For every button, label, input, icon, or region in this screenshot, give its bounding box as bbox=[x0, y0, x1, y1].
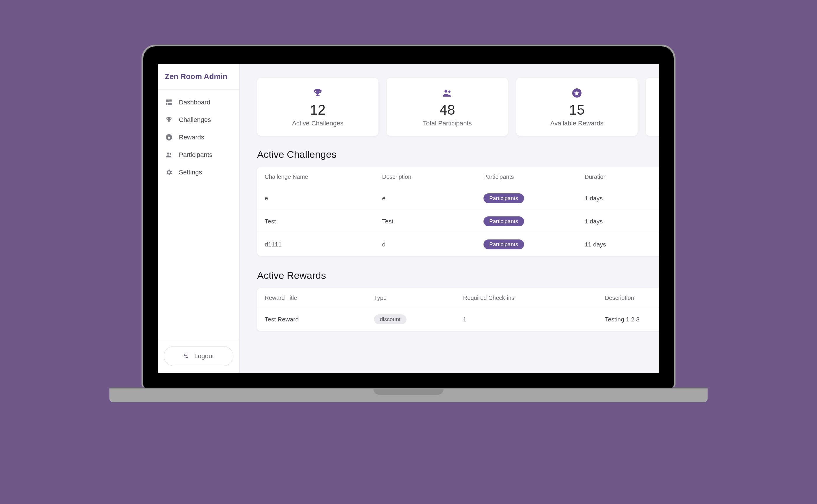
cell-duration: 11 days bbox=[577, 233, 659, 256]
star-icon bbox=[522, 87, 632, 99]
col-reward-title: Reward Title bbox=[257, 288, 366, 308]
sidebar-item-label: Challenges bbox=[179, 116, 211, 124]
stat-card-overflow bbox=[646, 78, 659, 136]
table-row: Test Test Participants 1 days bbox=[257, 210, 659, 233]
table-row: Test Reward discount 1 Testing 1 2 3 bbox=[257, 308, 659, 331]
users-icon bbox=[165, 151, 173, 159]
stat-card-challenges: 12 Active Challenges bbox=[257, 78, 378, 136]
type-tag: discount bbox=[374, 314, 406, 324]
rewards-table-card: Reward Title Type Required Check-ins Des… bbox=[257, 288, 659, 331]
star-icon bbox=[165, 133, 173, 141]
table-row: e e Participants 1 days bbox=[257, 187, 659, 210]
stat-label: Active Challenges bbox=[263, 120, 372, 127]
svg-point-3 bbox=[445, 90, 447, 93]
col-type: Type bbox=[366, 288, 456, 308]
logout-button[interactable]: Logout bbox=[164, 346, 233, 366]
users-icon bbox=[392, 87, 502, 99]
cell-title: Test Reward bbox=[257, 308, 366, 331]
sidebar-item-dashboard[interactable]: Dashboard bbox=[158, 94, 239, 111]
sidebar-item-label: Rewards bbox=[179, 134, 204, 141]
col-checkins: Required Check-ins bbox=[456, 288, 597, 308]
stat-label: Available Rewards bbox=[522, 120, 632, 127]
sidebar-item-label: Participants bbox=[179, 151, 212, 159]
cell-duration: 1 days bbox=[577, 210, 659, 233]
cell-participants: Participants bbox=[476, 187, 577, 210]
svg-point-1 bbox=[167, 153, 169, 155]
col-duration: Duration bbox=[577, 167, 659, 187]
trophy-icon bbox=[263, 87, 372, 99]
section-title-challenges: Active Challenges bbox=[257, 149, 659, 160]
sidebar-item-challenges[interactable]: Challenges bbox=[158, 111, 239, 129]
svg-point-4 bbox=[448, 90, 451, 93]
table-header-row: Challenge Name Description Participants … bbox=[257, 167, 659, 187]
sidebar: Zen Room Admin Dashboard Challenges bbox=[158, 64, 239, 373]
main-content: 12 Active Challenges 48 Total Participan… bbox=[239, 64, 659, 373]
sidebar-item-rewards[interactable]: Rewards bbox=[158, 129, 239, 146]
sidebar-nav: Dashboard Challenges Rewards bbox=[158, 90, 239, 339]
cell-description: Test bbox=[375, 210, 476, 233]
participants-button[interactable]: Participants bbox=[484, 193, 524, 203]
cell-name: d1111 bbox=[257, 233, 375, 256]
sidebar-item-label: Settings bbox=[179, 169, 202, 176]
sidebar-item-label: Dashboard bbox=[179, 99, 210, 106]
stat-card-rewards: 15 Available Rewards bbox=[516, 78, 638, 136]
dashboard-icon bbox=[165, 98, 173, 106]
laptop-mockup: Zen Room Admin Dashboard Challenges bbox=[141, 45, 676, 402]
cell-duration: 1 days bbox=[577, 187, 659, 210]
col-participants: Participants bbox=[476, 167, 577, 187]
stat-value: 15 bbox=[522, 102, 632, 118]
cell-name: Test bbox=[257, 210, 375, 233]
gear-icon bbox=[165, 168, 173, 176]
stat-card-participants: 48 Total Participants bbox=[386, 78, 508, 136]
cell-name: e bbox=[257, 187, 375, 210]
cell-type: discount bbox=[366, 308, 456, 331]
trophy-icon bbox=[165, 116, 173, 124]
cell-description: e bbox=[375, 187, 476, 210]
app-screen: Zen Room Admin Dashboard Challenges bbox=[158, 64, 659, 373]
cell-participants: Participants bbox=[476, 233, 577, 256]
col-challenge-name: Challenge Name bbox=[257, 167, 375, 187]
sidebar-header: Zen Room Admin bbox=[158, 64, 239, 90]
svg-point-2 bbox=[169, 153, 171, 155]
table-row: d1111 d Participants 11 days bbox=[257, 233, 659, 256]
cell-checkins: 1 bbox=[456, 308, 597, 331]
logout-label: Logout bbox=[194, 352, 214, 360]
sidebar-footer: Logout bbox=[158, 339, 239, 373]
col-description: Description bbox=[375, 167, 476, 187]
stats-row: 12 Active Challenges 48 Total Participan… bbox=[257, 78, 659, 136]
participants-button[interactable]: Participants bbox=[484, 239, 524, 249]
app-title: Zen Room Admin bbox=[165, 72, 232, 81]
laptop-bezel: Zen Room Admin Dashboard Challenges bbox=[141, 45, 676, 388]
participants-button[interactable]: Participants bbox=[484, 216, 524, 226]
challenges-table: Challenge Name Description Participants … bbox=[257, 167, 659, 256]
cell-description: d bbox=[375, 233, 476, 256]
stat-value: 12 bbox=[263, 102, 372, 118]
cell-participants: Participants bbox=[476, 210, 577, 233]
sidebar-item-participants[interactable]: Participants bbox=[158, 146, 239, 164]
stat-value: 48 bbox=[392, 102, 502, 118]
challenges-table-card: Challenge Name Description Participants … bbox=[257, 167, 659, 256]
rewards-table: Reward Title Type Required Check-ins Des… bbox=[257, 288, 659, 331]
logout-icon bbox=[183, 352, 190, 361]
laptop-notch bbox=[373, 389, 444, 395]
section-title-rewards: Active Rewards bbox=[257, 270, 659, 281]
cell-description: Testing 1 2 3 bbox=[597, 308, 659, 331]
sidebar-item-settings[interactable]: Settings bbox=[158, 164, 239, 181]
table-header-row: Reward Title Type Required Check-ins Des… bbox=[257, 288, 659, 308]
col-description: Description bbox=[597, 288, 659, 308]
stat-label: Total Participants bbox=[392, 120, 502, 127]
laptop-base bbox=[109, 388, 708, 402]
